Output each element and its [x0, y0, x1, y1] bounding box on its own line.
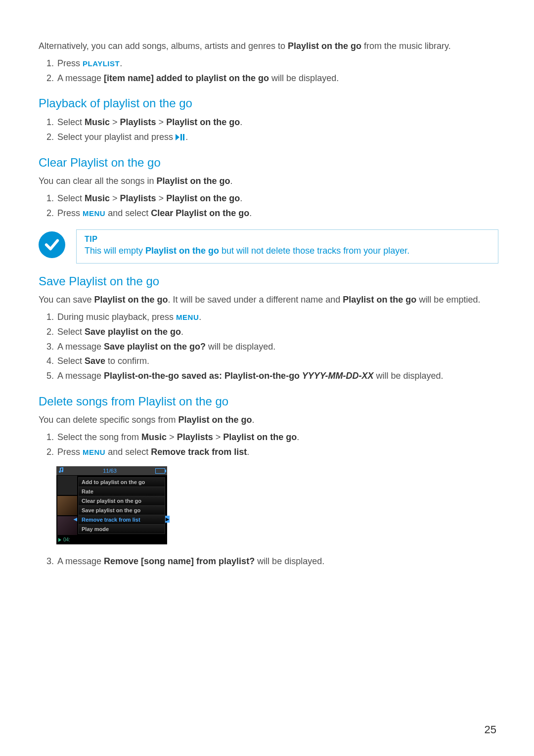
play-pause-icon	[176, 134, 185, 140]
text: A message	[57, 73, 104, 83]
heading-delete: Delete songs from Playlist on the go	[39, 395, 498, 408]
text: >	[110, 117, 120, 127]
text: .	[120, 58, 122, 68]
text-bold: Clear Playlist on the go	[151, 208, 249, 218]
album-thumb	[57, 476, 77, 495]
hw-button-label: PLAYLIST	[83, 59, 120, 68]
text: .	[199, 312, 201, 322]
delete-steps: Select the song from Music > Playlists >…	[39, 430, 498, 459]
step: A message Playlist-on-the-go saved as: P…	[56, 369, 498, 384]
text-bold: Playlist on the go	[157, 176, 230, 186]
text-bold: [item name] added to playlist on the go	[104, 73, 269, 83]
album-thumb	[57, 496, 77, 515]
text: .	[181, 327, 183, 337]
text-italic: YYYY-MM-DD-XX	[300, 371, 373, 381]
hw-button-label: MENU	[83, 209, 105, 218]
text: Alternatively, you can add songs, albums…	[39, 41, 288, 51]
text: and select	[105, 208, 151, 218]
tip-text: This will empty Playlist on the go but w…	[85, 246, 490, 256]
text: from the music library.	[361, 41, 451, 51]
tip-callout: TIP This will empty Playlist on the go b…	[39, 229, 498, 264]
device-footer: 04:	[56, 536, 167, 544]
device-menu-item: Save playlist on the go	[79, 506, 165, 515]
save-intro: You can save Playlist on the go. It will…	[39, 293, 498, 306]
text: During music playback, press	[57, 312, 176, 322]
text: .	[240, 193, 242, 203]
device-titlebar: 11/63	[56, 466, 167, 475]
text-bold: Save playlist on the go	[85, 327, 181, 337]
text: You can save	[39, 295, 94, 305]
text: >	[156, 117, 167, 127]
device-counter: 11/63	[103, 468, 117, 474]
text: will be displayed.	[269, 73, 339, 83]
text-bold: Playlists	[177, 432, 213, 442]
device-menu: Add to playlist on the goRateClear playl…	[78, 477, 165, 534]
text-bold: Playlist on the go	[223, 432, 297, 442]
text-bold: Playlists	[120, 193, 156, 203]
text: but will not delete those tracks from yo…	[219, 246, 409, 256]
text: Select	[57, 356, 85, 366]
text-bold: Playlist on the go	[166, 117, 240, 127]
text-bold: Playlist on the go	[288, 41, 361, 51]
tip-box: TIP This will empty Playlist on the go b…	[76, 229, 498, 264]
step: Select Save to confirm.	[56, 354, 498, 369]
tip-title: TIP	[85, 235, 490, 244]
step: Select Save playlist on the go.	[56, 325, 498, 340]
text: This will empty	[85, 246, 145, 256]
text-bold: Playlist on the go	[343, 295, 416, 305]
text-bold: Remove [song name] from playlist?	[104, 556, 255, 566]
device-time: 04:	[63, 537, 70, 542]
device-menu-item: Clear playlist on the go	[79, 496, 165, 506]
step: Press PLAYLIST.	[56, 56, 498, 71]
music-note-icon	[58, 467, 64, 474]
text: A message	[57, 371, 104, 381]
step: Select your playlist and press .	[56, 130, 498, 145]
save-steps: During music playback, press MENU. Selec…	[39, 310, 498, 383]
svg-rect-1	[180, 134, 182, 140]
device-screenshot: 11/63 Add to playlist on the goRateClear…	[56, 466, 167, 544]
svg-rect-2	[183, 134, 184, 140]
text-bold: Save	[85, 356, 105, 366]
text: .	[185, 132, 188, 142]
text: will be displayed.	[206, 342, 275, 352]
delete-steps-cont: A message Remove [song name] from playli…	[39, 554, 498, 569]
page-number: 25	[485, 723, 496, 736]
text: Select the song from	[57, 432, 141, 442]
intro-steps: Press PLAYLIST. A message [item name] ad…	[39, 56, 498, 86]
hw-button-label: MENU	[176, 313, 199, 321]
step: Select Music > Playlists > Playlist on t…	[56, 191, 498, 206]
text: .	[297, 432, 299, 442]
heading-save: Save Playlist on the go	[39, 274, 498, 288]
playback-steps: Select Music > Playlists > Playlist on t…	[39, 115, 498, 144]
text-bold: Playlist on the go	[94, 295, 168, 305]
text: .	[240, 117, 242, 127]
hw-button-label: MENU	[83, 448, 105, 456]
text-bold: Playlist on the go	[178, 415, 252, 425]
text: >	[156, 193, 167, 203]
device-menu-item: Add to playlist on the go	[79, 478, 165, 487]
text-bold: Remove track from list	[151, 447, 247, 457]
device-menu-item: Remove track from list▶	[79, 515, 165, 525]
text: Press	[57, 58, 83, 68]
text: A message	[57, 342, 104, 352]
play-icon	[58, 538, 61, 542]
step: Select Music > Playlists > Playlist on t…	[56, 115, 498, 130]
text-bold: Music	[85, 117, 110, 127]
text-bold: Playlist on the go	[166, 193, 240, 203]
text: . It will be saved under a different nam…	[168, 295, 343, 305]
step: A message [item name] added to playlist …	[56, 71, 498, 86]
step: Select the song from Music > Playlists >…	[56, 430, 498, 445]
svg-marker-0	[176, 134, 179, 140]
text-bold: Music	[141, 432, 167, 442]
manual-page: Alternatively, you can add songs, albums…	[0, 0, 534, 756]
text-bold: Save playlist on the go?	[104, 342, 206, 352]
arrow-right-icon: ▶	[165, 516, 170, 523]
delete-intro: You can delete specific songs from Playl…	[39, 413, 498, 426]
text: to confirm.	[105, 356, 149, 366]
text: >	[110, 193, 120, 203]
intro-paragraph: Alternatively, you can add songs, albums…	[39, 40, 498, 52]
device-menu-item: Play mode	[79, 525, 165, 534]
text: will be displayed.	[255, 556, 324, 566]
text: Select	[57, 117, 85, 127]
text: .	[249, 208, 252, 218]
